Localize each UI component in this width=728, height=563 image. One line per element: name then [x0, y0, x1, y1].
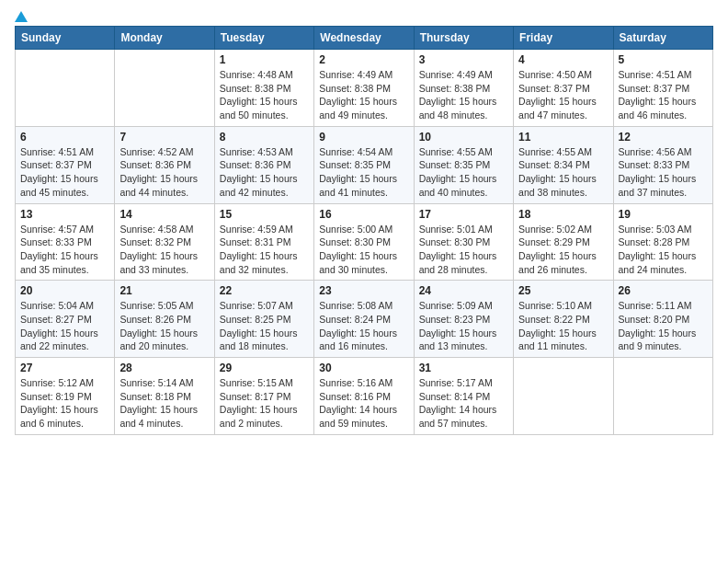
- calendar-day-cell: 22Sunrise: 5:07 AMSunset: 8:25 PMDayligh…: [214, 281, 313, 358]
- calendar-day-cell: 5Sunrise: 4:51 AMSunset: 8:37 PMDaylight…: [613, 50, 712, 127]
- day-info: Sunrise: 4:55 AMSunset: 8:34 PMDaylight:…: [518, 145, 608, 200]
- day-info: Sunrise: 5:17 AMSunset: 8:14 PMDaylight:…: [419, 376, 508, 431]
- calendar-day-cell: 2Sunrise: 4:49 AMSunset: 8:38 PMDaylight…: [314, 50, 414, 127]
- day-number: 17: [419, 208, 508, 221]
- day-number: 26: [619, 284, 708, 297]
- day-info: Sunrise: 4:54 AMSunset: 8:35 PMDaylight:…: [319, 145, 408, 200]
- calendar-day-cell: 15Sunrise: 4:59 AMSunset: 8:31 PMDayligh…: [214, 203, 313, 281]
- calendar-day-cell: 11Sunrise: 4:55 AMSunset: 8:34 PMDayligh…: [514, 126, 613, 203]
- day-number: 12: [619, 131, 708, 144]
- day-number: 30: [319, 362, 408, 374]
- day-number: 25: [518, 284, 608, 297]
- calendar-day-cell: 17Sunrise: 5:01 AMSunset: 8:30 PMDayligh…: [414, 203, 513, 281]
- day-number: 24: [419, 284, 508, 297]
- day-info: Sunrise: 4:49 AMSunset: 8:38 PMDaylight:…: [319, 68, 408, 122]
- calendar-day-cell: 27Sunrise: 5:12 AMSunset: 8:19 PMDayligh…: [16, 358, 115, 435]
- calendar-table: SundayMondayTuesdayWednesdayThursdayFrid…: [15, 26, 713, 435]
- day-number: 8: [220, 131, 309, 144]
- day-number: 7: [119, 131, 209, 144]
- day-number: 15: [220, 208, 309, 221]
- day-number: 28: [119, 362, 209, 374]
- day-number: 22: [220, 284, 309, 297]
- calendar-day-cell: 1Sunrise: 4:48 AMSunset: 8:38 PMDaylight…: [214, 50, 313, 127]
- calendar-day-cell: 31Sunrise: 5:17 AMSunset: 8:14 PMDayligh…: [414, 358, 513, 435]
- day-info: Sunrise: 5:08 AMSunset: 8:24 PMDaylight:…: [319, 299, 408, 353]
- day-number: 10: [419, 131, 508, 144]
- day-number: 19: [619, 208, 708, 221]
- day-info: Sunrise: 4:58 AMSunset: 8:32 PMDaylight:…: [119, 223, 209, 277]
- calendar-week-row: 27Sunrise: 5:12 AMSunset: 8:19 PMDayligh…: [16, 358, 713, 435]
- calendar-day-cell: [613, 358, 712, 435]
- day-header-wednesday: Wednesday: [314, 27, 414, 50]
- day-info: Sunrise: 4:51 AMSunset: 8:37 PMDaylight:…: [20, 145, 109, 200]
- calendar-day-cell: 24Sunrise: 5:09 AMSunset: 8:23 PMDayligh…: [414, 281, 513, 358]
- calendar-day-cell: 18Sunrise: 5:02 AMSunset: 8:29 PMDayligh…: [514, 203, 613, 281]
- day-number: 3: [419, 53, 508, 66]
- calendar-week-row: 6Sunrise: 4:51 AMSunset: 8:37 PMDaylight…: [16, 126, 713, 203]
- logo-triangle-icon: [15, 11, 28, 22]
- day-info: Sunrise: 5:11 AMSunset: 8:20 PMDaylight:…: [619, 299, 708, 353]
- day-info: Sunrise: 4:56 AMSunset: 8:33 PMDaylight:…: [619, 145, 708, 200]
- day-number: 13: [20, 208, 109, 221]
- calendar-day-cell: 4Sunrise: 4:50 AMSunset: 8:37 PMDaylight…: [514, 50, 613, 127]
- day-info: Sunrise: 5:10 AMSunset: 8:22 PMDaylight:…: [518, 299, 608, 353]
- calendar-day-cell: [514, 358, 613, 435]
- day-number: 20: [20, 284, 109, 297]
- day-number: 5: [619, 53, 708, 66]
- day-info: Sunrise: 4:48 AMSunset: 8:38 PMDaylight:…: [220, 68, 309, 122]
- day-header-monday: Monday: [115, 27, 214, 50]
- calendar-day-cell: 16Sunrise: 5:00 AMSunset: 8:30 PMDayligh…: [314, 203, 414, 281]
- day-info: Sunrise: 4:49 AMSunset: 8:38 PMDaylight:…: [419, 68, 508, 122]
- calendar-day-cell: 12Sunrise: 4:56 AMSunset: 8:33 PMDayligh…: [613, 126, 712, 203]
- calendar-day-cell: 3Sunrise: 4:49 AMSunset: 8:38 PMDaylight…: [414, 50, 513, 127]
- day-info: Sunrise: 5:09 AMSunset: 8:23 PMDaylight:…: [419, 299, 508, 353]
- day-info: Sunrise: 4:59 AMSunset: 8:31 PMDaylight:…: [220, 223, 309, 277]
- calendar-day-cell: 10Sunrise: 4:55 AMSunset: 8:35 PMDayligh…: [414, 126, 513, 203]
- day-header-friday: Friday: [514, 27, 613, 50]
- day-header-sunday: Sunday: [16, 27, 115, 50]
- calendar-day-cell: 6Sunrise: 4:51 AMSunset: 8:37 PMDaylight…: [16, 126, 115, 203]
- day-info: Sunrise: 5:01 AMSunset: 8:30 PMDaylight:…: [419, 223, 508, 277]
- day-header-thursday: Thursday: [414, 27, 513, 50]
- calendar-day-cell: 21Sunrise: 5:05 AMSunset: 8:26 PMDayligh…: [115, 281, 214, 358]
- day-info: Sunrise: 5:05 AMSunset: 8:26 PMDaylight:…: [119, 299, 209, 353]
- calendar-day-cell: 13Sunrise: 4:57 AMSunset: 8:33 PMDayligh…: [16, 203, 115, 281]
- calendar-day-cell: [115, 50, 214, 127]
- day-info: Sunrise: 5:15 AMSunset: 8:17 PMDaylight:…: [220, 376, 309, 431]
- day-info: Sunrise: 5:03 AMSunset: 8:28 PMDaylight:…: [619, 223, 708, 277]
- day-number: 23: [319, 284, 408, 297]
- calendar-day-cell: 9Sunrise: 4:54 AMSunset: 8:35 PMDaylight…: [314, 126, 414, 203]
- day-info: Sunrise: 4:51 AMSunset: 8:37 PMDaylight:…: [619, 68, 708, 122]
- day-info: Sunrise: 5:04 AMSunset: 8:27 PMDaylight:…: [20, 299, 109, 353]
- calendar-header-row: SundayMondayTuesdayWednesdayThursdayFrid…: [16, 27, 713, 50]
- day-number: 2: [319, 53, 408, 66]
- calendar-day-cell: 7Sunrise: 4:52 AMSunset: 8:36 PMDaylight…: [115, 126, 214, 203]
- day-number: 4: [518, 53, 608, 66]
- calendar-week-row: 13Sunrise: 4:57 AMSunset: 8:33 PMDayligh…: [16, 203, 713, 281]
- day-info: Sunrise: 5:16 AMSunset: 8:16 PMDaylight:…: [319, 376, 408, 431]
- day-number: 27: [20, 362, 109, 374]
- day-info: Sunrise: 5:00 AMSunset: 8:30 PMDaylight:…: [319, 223, 408, 277]
- day-number: 21: [119, 284, 209, 297]
- day-number: 11: [518, 131, 608, 144]
- day-info: Sunrise: 4:53 AMSunset: 8:36 PMDaylight:…: [220, 145, 309, 200]
- day-info: Sunrise: 4:57 AMSunset: 8:33 PMDaylight:…: [20, 223, 109, 277]
- calendar-day-cell: 26Sunrise: 5:11 AMSunset: 8:20 PMDayligh…: [613, 281, 712, 358]
- calendar-day-cell: 8Sunrise: 4:53 AMSunset: 8:36 PMDaylight…: [214, 126, 313, 203]
- calendar-day-cell: [16, 50, 115, 127]
- calendar-day-cell: 20Sunrise: 5:04 AMSunset: 8:27 PMDayligh…: [16, 281, 115, 358]
- day-info: Sunrise: 4:55 AMSunset: 8:35 PMDaylight:…: [419, 145, 508, 200]
- day-number: 29: [220, 362, 309, 374]
- day-number: 9: [319, 131, 408, 144]
- day-info: Sunrise: 5:07 AMSunset: 8:25 PMDaylight:…: [220, 299, 309, 353]
- calendar-day-cell: 29Sunrise: 5:15 AMSunset: 8:17 PMDayligh…: [214, 358, 313, 435]
- day-number: 14: [119, 208, 209, 221]
- day-number: 31: [419, 362, 508, 374]
- calendar-day-cell: 28Sunrise: 5:14 AMSunset: 8:18 PMDayligh…: [115, 358, 214, 435]
- calendar-day-cell: 19Sunrise: 5:03 AMSunset: 8:28 PMDayligh…: [613, 203, 712, 281]
- day-info: Sunrise: 4:52 AMSunset: 8:36 PMDaylight:…: [119, 145, 209, 200]
- calendar-week-row: 1Sunrise: 4:48 AMSunset: 8:38 PMDaylight…: [16, 50, 713, 127]
- day-info: Sunrise: 4:50 AMSunset: 8:37 PMDaylight:…: [518, 68, 608, 122]
- day-number: 6: [20, 131, 109, 144]
- day-header-tuesday: Tuesday: [214, 27, 313, 50]
